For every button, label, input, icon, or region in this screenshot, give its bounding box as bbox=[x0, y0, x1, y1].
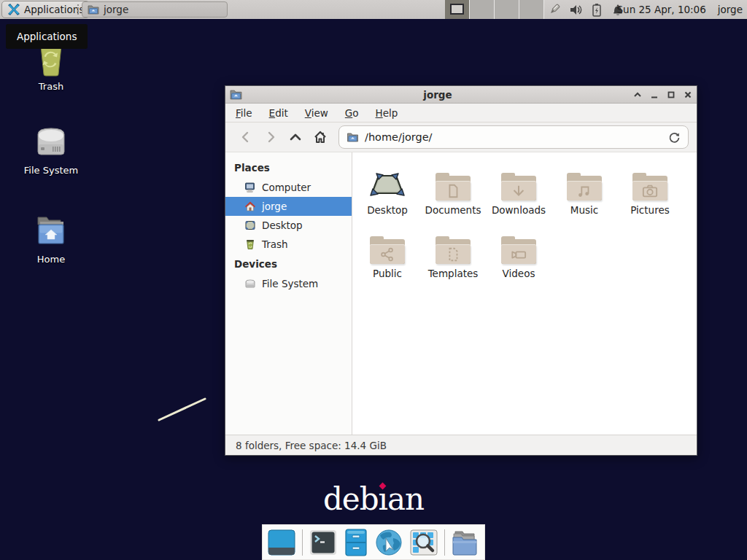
menu-help[interactable]: Help bbox=[376, 107, 398, 119]
download-emblem-icon bbox=[511, 183, 527, 199]
panel-username[interactable]: jorge bbox=[718, 4, 743, 15]
folder-label: Videos bbox=[503, 268, 535, 279]
taskbar-window-button[interactable]: jorge bbox=[82, 1, 228, 18]
taskbar-window-label: jorge bbox=[104, 4, 128, 15]
workspace-2[interactable] bbox=[470, 0, 495, 19]
top-panel: Applications jorge bbox=[0, 0, 747, 19]
statusbar: 8 folders, Free space: 14.4 GiB bbox=[225, 435, 697, 455]
app-finder-launcher[interactable] bbox=[409, 528, 438, 557]
debian-logo: debıan bbox=[301, 481, 446, 517]
folder-view[interactable]: Desktop Documents bbox=[352, 152, 697, 435]
sidebar-devices-header: Devices bbox=[225, 254, 352, 274]
location-path[interactable]: /home/jorge/ bbox=[365, 131, 662, 143]
folder-label: Downloads bbox=[492, 204, 546, 216]
folder-item-music[interactable]: Music bbox=[551, 163, 617, 216]
minimize-button[interactable] bbox=[650, 90, 659, 99]
sidebar-item-filesystem[interactable]: File System bbox=[225, 274, 352, 293]
file-cabinet-icon bbox=[344, 528, 368, 557]
folder-item-desktop[interactable]: Desktop bbox=[355, 163, 420, 216]
folder-window-icon bbox=[88, 4, 99, 15]
battery-charging-icon[interactable] bbox=[589, 2, 604, 17]
folder-label: Music bbox=[570, 204, 598, 216]
menu-file[interactable]: File bbox=[236, 107, 252, 119]
drive-icon bbox=[244, 278, 256, 289]
menu-go[interactable]: Go bbox=[345, 107, 359, 119]
template-emblem-icon bbox=[445, 246, 461, 262]
desktop-icon bbox=[244, 219, 256, 231]
folder-item-documents[interactable]: Documents bbox=[420, 163, 486, 216]
titlebar[interactable]: jorge bbox=[225, 86, 697, 104]
folder-item-pictures[interactable]: Pictures bbox=[617, 163, 683, 216]
folder-stack-icon bbox=[451, 529, 480, 556]
video-emblem-icon bbox=[510, 246, 527, 262]
workspace-3[interactable] bbox=[495, 0, 519, 19]
location-folder-icon bbox=[347, 132, 359, 142]
applications-tooltip: Applications bbox=[6, 24, 88, 49]
back-button[interactable] bbox=[233, 126, 258, 148]
maximize-button[interactable] bbox=[667, 90, 676, 99]
desktop-icon-filesystem[interactable]: File System bbox=[11, 122, 91, 176]
desktop-icon-label: Home bbox=[37, 254, 65, 265]
home-button[interactable] bbox=[308, 126, 333, 148]
workspace-1[interactable] bbox=[445, 0, 470, 19]
location-bar[interactable]: /home/jorge/ bbox=[338, 125, 689, 149]
folder-label: Public bbox=[373, 268, 402, 279]
share-emblem-icon bbox=[379, 246, 395, 262]
directory-menu-button[interactable] bbox=[451, 528, 480, 557]
folder-item-downloads[interactable]: Downloads bbox=[486, 163, 551, 216]
up-button[interactable] bbox=[283, 126, 308, 148]
sidebar-item-trash[interactable]: Trash bbox=[225, 235, 352, 254]
harddrive-icon bbox=[32, 122, 70, 160]
show-desktop-icon bbox=[267, 529, 296, 556]
file-manager-launcher[interactable] bbox=[344, 528, 368, 557]
sidebar-item-label: jorge bbox=[262, 201, 287, 212]
close-button[interactable] bbox=[684, 90, 692, 99]
menu-view[interactable]: View bbox=[305, 107, 328, 119]
folder-item-templates[interactable]: Templates bbox=[420, 226, 486, 279]
file-manager-window: jorge File Edit View Go Help bbox=[225, 85, 697, 456]
volume-icon[interactable] bbox=[568, 2, 583, 17]
toolbar: /home/jorge/ bbox=[225, 122, 697, 152]
panel-grip[interactable] bbox=[77, 4, 80, 15]
sidebar-item-label: Trash bbox=[262, 238, 288, 250]
debian-logo-text-2: an bbox=[387, 481, 424, 517]
web-browser-launcher[interactable] bbox=[374, 528, 403, 557]
desktop-icon-label: File System bbox=[24, 165, 78, 176]
folder-label: Templates bbox=[428, 268, 479, 279]
stylus-tray-icon[interactable] bbox=[547, 2, 562, 17]
system-tray bbox=[547, 0, 625, 19]
desktop-icon-home[interactable]: Home bbox=[11, 211, 91, 265]
xfce-logo-icon bbox=[7, 3, 20, 16]
window-folder-icon bbox=[230, 89, 242, 100]
forward-button[interactable] bbox=[258, 126, 283, 148]
sidebar-item-computer[interactable]: Computer bbox=[225, 178, 352, 197]
folder-label: Pictures bbox=[630, 204, 669, 216]
show-desktop-button[interactable] bbox=[267, 528, 296, 557]
dock-panel bbox=[262, 524, 485, 560]
terminal-launcher[interactable] bbox=[309, 528, 338, 557]
reload-icon[interactable] bbox=[668, 131, 681, 144]
workspace-4[interactable] bbox=[519, 0, 544, 19]
menubar: File Edit View Go Help bbox=[225, 104, 697, 122]
trash-small-icon bbox=[244, 238, 256, 250]
dock-separator bbox=[302, 529, 303, 556]
folder-label: Desktop bbox=[367, 204, 408, 216]
debian-logo-text: deb bbox=[323, 481, 379, 517]
sidebar-item-label: File System bbox=[262, 278, 318, 289]
folder-label: Documents bbox=[425, 204, 481, 216]
dock-separator bbox=[444, 529, 445, 556]
clock[interactable]: Sun 25 Apr, 10:06 bbox=[617, 4, 706, 15]
sidebar-item-home[interactable]: jorge bbox=[225, 197, 352, 216]
window-title: jorge bbox=[242, 89, 633, 101]
status-text: 8 folders, Free space: 14.4 GiB bbox=[236, 440, 387, 451]
music-emblem-icon bbox=[576, 183, 592, 199]
user-home-icon bbox=[244, 201, 256, 212]
folder-item-videos[interactable]: Videos bbox=[486, 226, 551, 279]
folder-item-public[interactable]: Public bbox=[355, 226, 420, 279]
menu-edit[interactable]: Edit bbox=[269, 107, 288, 119]
desktop-trapezoid-icon bbox=[369, 170, 406, 201]
camera-emblem-icon bbox=[641, 183, 659, 199]
home-folder-icon bbox=[32, 211, 70, 249]
sidebar-item-desktop[interactable]: Desktop bbox=[225, 216, 352, 235]
shade-button[interactable] bbox=[633, 90, 642, 99]
